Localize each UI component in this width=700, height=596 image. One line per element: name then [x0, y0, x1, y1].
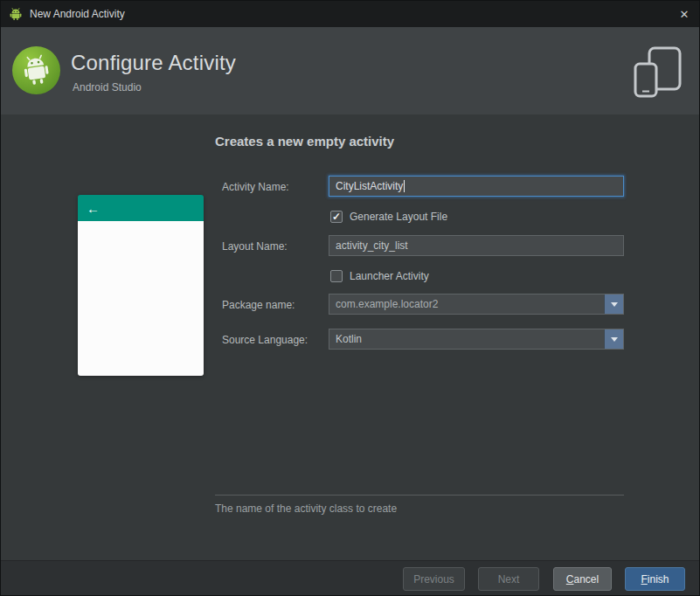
generate-layout-label[interactable]: Generate Layout File [350, 211, 447, 223]
launcher-activity-checkbox[interactable] [330, 270, 343, 282]
activity-name-input[interactable]: CityListActivity [329, 176, 624, 197]
wizard-subtitle: Android Studio [73, 81, 142, 94]
launcher-activity-label[interactable]: Launcher Activity [350, 270, 429, 282]
step-heading: Creates a new empty activity [215, 134, 394, 149]
android-icon [9, 7, 23, 21]
source-language-value: Kotlin [336, 333, 362, 345]
package-name-dropdown-button[interactable] [604, 295, 623, 314]
layout-name-label: Layout Name: [222, 240, 288, 253]
next-button[interactable]: Next [478, 567, 539, 591]
wizard-header: Configure Activity Android Studio [1, 27, 699, 114]
source-language-dropdown-button[interactable] [604, 329, 623, 349]
window-titlebar: New Android Activity ✕ [1, 1, 699, 27]
devices-icon [634, 46, 683, 99]
close-icon: ✕ [680, 8, 690, 21]
preview-body [78, 221, 204, 376]
dropdown-arrow-icon [611, 337, 618, 342]
preview-app-bar: ← [78, 195, 204, 221]
field-hint: The name of the activity class to create [215, 502, 397, 515]
launcher-activity-row: Launcher Activity [330, 269, 429, 282]
finish-button[interactable]: Finish [625, 567, 685, 591]
dropdown-arrow-icon [611, 302, 618, 307]
wizard-title: Configure Activity [71, 51, 236, 75]
form-separator [215, 495, 624, 496]
source-language-select[interactable]: Kotlin [329, 329, 624, 350]
layout-name-value: activity_city_list [336, 239, 408, 252]
previous-button[interactable]: Previous [403, 567, 465, 591]
package-name-label: Package name: [222, 299, 295, 311]
new-android-activity-dialog: New Android Activity ✕ [0, 0, 700, 596]
wizard-content: Creates a new empty activity ← Activity … [1, 114, 699, 560]
generate-layout-row: ✓ Generate Layout File [330, 210, 447, 223]
close-button[interactable]: ✕ [669, 1, 699, 27]
package-name-combobox[interactable]: com.example.locator2 [329, 294, 624, 315]
cancel-button[interactable]: Cancel [553, 567, 612, 591]
package-name-value: com.example.locator2 [336, 298, 438, 310]
activity-name-label: Activity Name: [222, 181, 289, 193]
text-caret [404, 180, 405, 192]
window-title: New Android Activity [30, 8, 125, 20]
layout-name-input[interactable]: activity_city_list [329, 235, 624, 256]
android-studio-logo-icon [11, 45, 61, 95]
dialog-button-bar: Previous Next Cancel Finish [1, 560, 699, 596]
back-arrow-icon: ← [87, 201, 100, 216]
activity-name-value: CityListActivity [336, 180, 403, 192]
activity-preview: ← [78, 195, 204, 376]
generate-layout-checkbox[interactable]: ✓ [330, 211, 343, 223]
source-language-label: Source Language: [222, 334, 308, 346]
checkmark-icon: ✓ [332, 211, 341, 222]
